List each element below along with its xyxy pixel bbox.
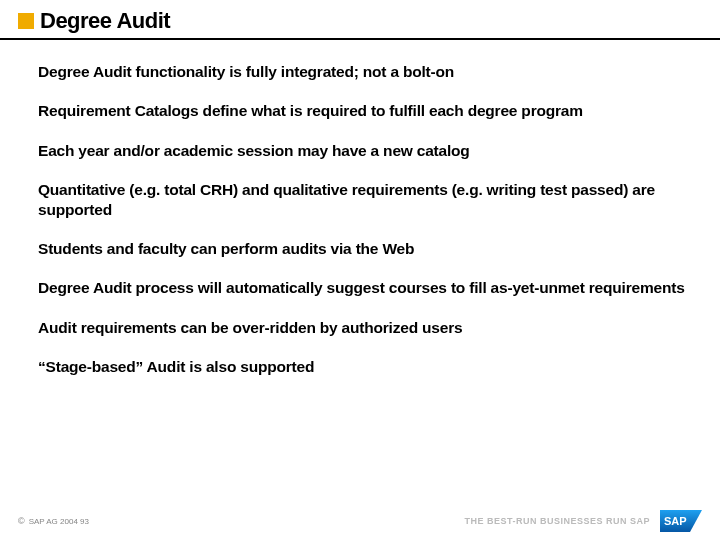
footer-right: THE BEST-RUN BUSINESSES RUN SAP SAP <box>464 510 702 532</box>
bullet-item: Degree Audit functionality is fully inte… <box>38 62 692 81</box>
copyright: © SAP AG 2004 93 <box>18 516 89 526</box>
sap-logo-text: SAP <box>664 515 687 527</box>
bullet-item: Audit requirements can be over-ridden by… <box>38 318 692 337</box>
bullet-item: Students and faculty can perform audits … <box>38 239 692 258</box>
bullet-item: Degree Audit process will automatically … <box>38 278 692 297</box>
bullet-item: Quantitative (e.g. total CRH) and qualit… <box>38 180 692 219</box>
slide-header: Degree Audit <box>0 0 720 40</box>
tagline: THE BEST-RUN BUSINESSES RUN SAP <box>464 516 650 526</box>
bullet-item: Each year and/or academic session may ha… <box>38 141 692 160</box>
slide-content: Degree Audit functionality is fully inte… <box>0 40 720 376</box>
copyright-icon: © <box>18 516 25 526</box>
copyright-text: SAP AG 2004 93 <box>29 517 89 526</box>
slide-title: Degree Audit <box>40 8 170 34</box>
slide-footer: © SAP AG 2004 93 THE BEST-RUN BUSINESSES… <box>0 510 720 532</box>
bullet-item: Requirement Catalogs define what is requ… <box>38 101 692 120</box>
bullet-item: “Stage-based” Audit is also supported <box>38 357 692 376</box>
sap-logo-icon: SAP <box>660 510 702 532</box>
title-bullet-square <box>18 13 34 29</box>
